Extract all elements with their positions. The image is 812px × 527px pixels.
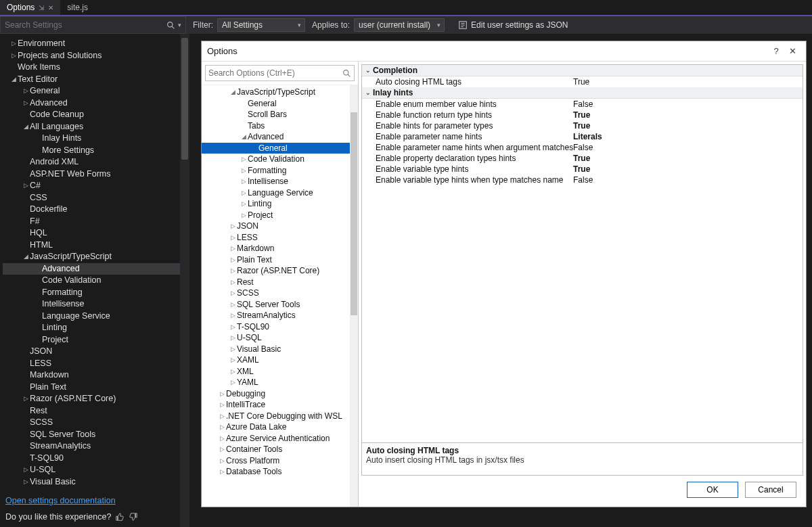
sidebar-item[interactable]: ▷General — [3, 85, 180, 97]
sidebar-item[interactable]: Work Items — [3, 62, 180, 74]
expand-icon[interactable]: ▷ — [240, 165, 248, 177]
expand-icon[interactable]: ◢ — [240, 131, 248, 143]
cancel-button[interactable]: Cancel — [745, 482, 796, 498]
expand-icon[interactable]: ▷ — [218, 466, 226, 478]
expand-icon[interactable]: ▷ — [229, 288, 237, 299]
settings-sidebar-tree[interactable]: ▷Environment▷Projects and SolutionsWork … — [0, 34, 180, 527]
sidebar-item[interactable]: ▷Razor (ASP.NET Core) — [3, 393, 180, 405]
options-tree-item[interactable]: Scroll Bars — [202, 109, 350, 120]
sidebar-item[interactable]: More Settings — [3, 145, 180, 157]
expand-icon[interactable]: ▷ — [240, 154, 248, 165]
options-tree-item[interactable]: ▷U-SQL — [202, 332, 350, 344]
thumbs-down-icon[interactable] — [129, 512, 138, 522]
property-value[interactable]: True — [573, 121, 803, 131]
expand-icon[interactable]: ▷ — [218, 388, 226, 400]
sidebar-item[interactable]: SQL Server Tools — [3, 429, 180, 441]
options-tree-item[interactable]: ▷Code Validation — [202, 154, 350, 165]
property-value[interactable]: Literals — [573, 132, 803, 141]
options-tree-item[interactable]: ▷JSON — [202, 221, 350, 232]
sidebar-item[interactable]: ◢Text Editor — [3, 74, 180, 86]
expand-icon[interactable]: ▷ — [22, 464, 30, 476]
sidebar-item[interactable]: Code Validation — [3, 275, 180, 287]
property-group-header[interactable]: ⌄Completion — [362, 65, 803, 76]
sidebar-item[interactable]: Linting — [3, 322, 180, 334]
property-row[interactable]: Enable variable type hints when type mat… — [362, 175, 803, 185]
options-tree-item[interactable]: ▷SCSS — [202, 288, 350, 299]
expand-icon[interactable]: ▷ — [229, 354, 237, 366]
options-category-tree[interactable]: ◢JavaScript/TypeScriptGeneralScroll Bars… — [202, 85, 350, 507]
sidebar-item[interactable]: Inlay Hints — [3, 133, 180, 145]
expand-icon[interactable]: ▷ — [229, 377, 237, 388]
sidebar-item[interactable]: ◢All Languages — [3, 121, 180, 133]
options-tree-item[interactable]: ▷Database Tools — [202, 466, 350, 478]
options-tree-item[interactable]: ▷XML — [202, 366, 350, 377]
sidebar-item[interactable]: T-SQL90 — [3, 453, 180, 465]
sidebar-item[interactable]: Advanced — [3, 263, 180, 275]
property-row[interactable]: Enable parameter name hints when argumen… — [362, 142, 803, 153]
tab-options[interactable]: Options ⇲ ✕ — [0, 0, 60, 15]
filter-combo[interactable]: All Settings — [217, 18, 305, 32]
sidebar-item[interactable]: ▷Visual Basic — [3, 476, 180, 488]
sidebar-item[interactable]: Formatting — [3, 287, 180, 299]
property-value[interactable]: True — [573, 154, 803, 163]
options-tree-item[interactable]: ▷Plain Text — [202, 254, 350, 266]
options-tree-item[interactable]: ▷Rest — [202, 277, 350, 288]
expand-icon[interactable]: ▷ — [229, 265, 237, 277]
options-search-box[interactable] — [205, 65, 355, 81]
chevron-down-icon[interactable]: ▾ — [178, 22, 181, 28]
expand-icon[interactable]: ◢ — [22, 251, 30, 263]
property-row[interactable]: Auto closing HTML tagsTrue — [362, 76, 803, 87]
options-tree-item[interactable]: ▷Visual Basic — [202, 344, 350, 355]
sidebar-item[interactable]: HTML — [3, 239, 180, 252]
property-value[interactable]: True — [573, 110, 803, 120]
options-tree-item[interactable]: ◢Advanced — [202, 131, 350, 143]
scrollbar-thumb[interactable] — [351, 112, 357, 315]
options-tree-item[interactable]: ▷Linting — [202, 198, 350, 210]
options-tree-item[interactable]: ▷T-SQL90 — [202, 321, 350, 333]
expand-icon[interactable]: ▷ — [229, 232, 237, 244]
options-tree-item[interactable]: ▷.NET Core Debugging with WSL — [202, 411, 350, 422]
expand-icon[interactable]: ▷ — [229, 310, 237, 321]
expand-icon[interactable]: ◢ — [22, 121, 30, 133]
property-row[interactable]: Enable enum member value hintsFalse — [362, 99, 803, 110]
sidebar-item[interactable]: JSON — [3, 346, 180, 358]
expand-icon[interactable]: ▷ — [229, 332, 237, 344]
expand-icon[interactable]: ▷ — [229, 344, 237, 355]
options-tree-item[interactable]: Tabs — [202, 120, 350, 132]
property-row[interactable]: Enable hints for parameter typesTrue — [362, 120, 803, 131]
options-tree-item[interactable]: ▷StreamAnalytics — [202, 310, 350, 321]
sidebar-item[interactable]: LESS — [3, 358, 180, 370]
sidebar-item[interactable]: Intellisense — [3, 298, 180, 311]
close-icon[interactable]: ✕ — [48, 4, 53, 12]
help-icon[interactable]: ? — [768, 46, 784, 56]
edit-json-link[interactable]: Edit user settings as JSON — [458, 20, 568, 30]
sidebar-item[interactable]: Markdown — [3, 369, 180, 382]
property-value[interactable]: True — [573, 77, 803, 87]
search-icon[interactable] — [166, 21, 175, 30]
expand-icon[interactable]: ▷ — [218, 455, 226, 467]
sidebar-item[interactable]: CSS — [3, 192, 180, 204]
options-tree-item[interactable]: ▷Language Service — [202, 187, 350, 199]
options-tree-item[interactable]: ▷Project — [202, 210, 350, 221]
search-settings-box[interactable]: ▾ — [0, 16, 186, 34]
options-tree-item[interactable]: ▷Container Tools — [202, 444, 350, 455]
expand-icon[interactable]: ▷ — [218, 444, 226, 455]
options-tree-item[interactable]: ▷Formatting — [202, 165, 350, 177]
options-tree-scrollbar[interactable] — [350, 85, 358, 507]
options-tree-item[interactable]: General — [202, 98, 350, 110]
sidebar-item[interactable]: SCSS — [3, 417, 180, 429]
sidebar-item[interactable]: F# — [3, 216, 180, 228]
options-tree-item[interactable]: ◢JavaScript/TypeScript — [202, 87, 350, 98]
expand-icon[interactable]: ▷ — [240, 210, 248, 221]
expand-icon[interactable]: ▷ — [22, 85, 30, 97]
expand-icon[interactable]: ▷ — [229, 243, 237, 254]
property-value[interactable]: False — [573, 175, 803, 185]
options-tree-item[interactable]: ▷XAML — [202, 354, 350, 366]
expand-icon[interactable]: ▷ — [22, 97, 30, 110]
expand-icon[interactable]: ▷ — [229, 221, 237, 232]
property-row[interactable]: Enable function return type hintsTrue — [362, 110, 803, 120]
search-icon[interactable] — [342, 69, 351, 78]
thumbs-up-icon[interactable] — [115, 512, 125, 522]
expand-icon[interactable]: ▷ — [240, 176, 248, 187]
sidebar-item[interactable]: Android XML — [3, 156, 180, 168]
